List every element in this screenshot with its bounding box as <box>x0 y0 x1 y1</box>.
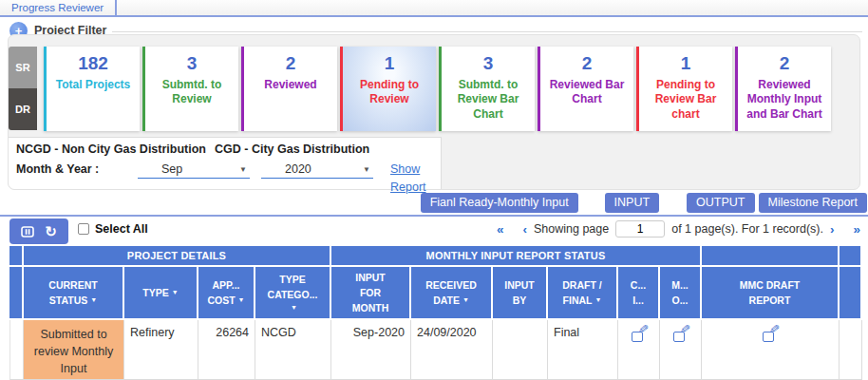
card-label: Reviewed <box>244 75 337 93</box>
column-header-overflow <box>840 267 862 320</box>
column-header-c-i[interactable]: C... I... <box>618 267 660 320</box>
card-reviewed[interactable]: 2 Reviewed <box>241 47 337 131</box>
row-gutter-cell <box>9 320 24 380</box>
card-value: 2 <box>540 53 633 75</box>
cell-type: Refinery <box>124 320 198 380</box>
first-page-button[interactable]: « <box>497 222 504 237</box>
tab-bar: Progress Reviewer <box>0 0 868 17</box>
group-header-overflow <box>840 246 862 267</box>
refresh-icon[interactable]: ↻ <box>45 224 57 238</box>
card-label: Pending to Review <box>343 75 436 107</box>
cell-mmc-draft-report: ✎ <box>702 320 840 380</box>
card-label: Reviewed Monthly Input and Bar Chart <box>738 75 831 123</box>
card-value: 2 <box>738 53 831 75</box>
card-label: Submtd. to Review <box>145 75 238 107</box>
column-header-input-by[interactable]: INPUT BY <box>493 267 548 320</box>
sr-button[interactable]: SR <box>9 47 37 88</box>
group-header-gutter <box>9 246 24 267</box>
card-value: 182 <box>47 53 140 75</box>
filter-icon[interactable]: ▼ <box>238 296 245 303</box>
card-value: 3 <box>442 53 535 75</box>
chevron-down-icon: ▼ <box>363 165 370 174</box>
filter-icon[interactable]: ▼ <box>172 289 179 295</box>
select-all-checkbox[interactable] <box>78 223 89 235</box>
cell-type-category: NCGD <box>255 320 331 380</box>
pagination: « ‹ Showing page of 1 page(s). For 1 rec… <box>497 220 860 238</box>
card-pending-to-review-bar-chart[interactable]: 1 Pending to Review Bar chart <box>636 47 732 131</box>
month-select[interactable]: Sep ▼ <box>138 162 250 179</box>
last-page-button[interactable]: » <box>853 222 860 237</box>
page-number-input[interactable] <box>615 220 665 238</box>
prev-page-button[interactable]: ‹ <box>522 222 527 237</box>
grid-toolbar: ↻ <box>9 218 68 244</box>
year-select-value: 2020 <box>264 162 311 176</box>
filter-icon[interactable]: ▼ <box>291 304 297 311</box>
column-header-m-o[interactable]: M... O... <box>660 267 702 320</box>
records-table: PROJECT DETAILS MONTHLY INPUT REPORT STA… <box>9 246 862 380</box>
column-header-input-for-month[interactable]: INPUT FOR MONTH <box>331 267 411 320</box>
edit-icon[interactable]: ✎ <box>631 327 648 343</box>
column-header-received-date[interactable]: RECEIVED DATE▼ <box>411 267 493 320</box>
pagination-text-before: Showing page <box>534 222 609 236</box>
column-header-draft-final[interactable]: DRAFT / FINAL▼ <box>548 267 618 320</box>
input-button[interactable]: INPUT <box>605 193 660 213</box>
group-header-project-details: PROJECT DETAILS <box>24 246 331 267</box>
cell-c-i: ✎ <box>618 320 660 380</box>
card-label: Pending to Review Bar chart <box>639 75 732 123</box>
column-header-gutter <box>9 267 24 320</box>
output-button[interactable]: OUTPUT <box>687 193 754 213</box>
edit-icon[interactable]: ✎ <box>672 327 689 343</box>
pagination-text-after: of 1 page(s). For 1 record(s). <box>671 222 823 236</box>
tab-progress-reviewer[interactable]: Progress Reviewer <box>8 0 117 15</box>
card-label: Submtd. to Review Bar Chart <box>442 75 535 123</box>
column-header-app-cost[interactable]: APP... COST▼ <box>198 267 255 320</box>
cgd-legend: CGD - City Gas Distribution <box>215 142 369 156</box>
card-submtd-to-review-bar-chart[interactable]: 3 Submtd. to Review Bar Chart <box>439 47 535 131</box>
edit-icon[interactable]: ✎ <box>762 327 779 343</box>
month-year-label: Month & Year : <box>16 162 138 176</box>
card-label: Total Projects <box>47 75 140 93</box>
dr-button[interactable]: DR <box>9 88 37 130</box>
cell-input-by <box>493 320 548 380</box>
legend-divider <box>112 31 862 32</box>
filter-icon[interactable]: ▼ <box>594 296 601 303</box>
group-header-monthly-input-report-status: MONTHLY INPUT REPORT STATUS <box>331 246 702 267</box>
card-total-projects[interactable]: 182 Total Projects <box>44 47 140 131</box>
actions-row: Fianl Ready-Monthly Input INPUT OUTPUT M… <box>0 190 868 217</box>
ncgd-legend: NCGD - Non City Gas Distribution <box>16 142 206 156</box>
select-all-control: Select All <box>78 222 148 236</box>
month-year-box: NCGD - Non City Gas DistributionCGD - Ci… <box>9 137 442 189</box>
filter-icon[interactable]: ▼ <box>462 296 469 303</box>
cell-received-date: 24/09/2020 <box>411 320 493 380</box>
card-reviewed-bar-chart[interactable]: 2 Reviewed Bar Chart <box>538 47 633 131</box>
cell-draft-final: Final <box>548 320 618 380</box>
card-value: 3 <box>145 53 238 75</box>
card-value: 1 <box>639 53 732 75</box>
milestone-report-button[interactable]: Milestone Report <box>759 193 868 213</box>
group-header-mmc <box>702 246 840 267</box>
card-value: 1 <box>343 53 436 75</box>
card-label: Reviewed Bar Chart <box>540 75 633 107</box>
cell-app-cost: 26264 <box>198 320 255 380</box>
month-select-value: Sep <box>141 162 182 176</box>
project-filter-panel: SR DR 182 Total Projects 3 Submtd. to Re… <box>8 34 860 190</box>
columns-icon[interactable] <box>21 226 34 238</box>
select-all-label: Select All <box>95 222 148 236</box>
next-page-button[interactable]: › <box>830 222 835 237</box>
column-header-type[interactable]: TYPE▼ <box>124 267 198 320</box>
card-reviewed-monthly-input-bar-chart[interactable]: 2 Reviewed Monthly Input and Bar Chart <box>735 47 831 131</box>
row-overflow-cell <box>840 320 862 380</box>
report-mode-buttons: SR DR <box>9 47 37 130</box>
column-header-mmc-draft-report[interactable]: MMC DRAFT REPORT <box>702 267 840 320</box>
cell-m-o: ✎ <box>660 320 702 380</box>
card-pending-to-review[interactable]: 1 Pending to Review <box>340 47 436 131</box>
cell-input-for-month: Sep-2020 <box>331 320 411 380</box>
column-header-current-status[interactable]: CURRENT STATUS▼ <box>24 267 124 320</box>
column-header-type-category[interactable]: TYPE CATEGO... ▼ <box>255 267 331 320</box>
abbreviation-legend: NCGD - Non City Gas DistributionCGD - Ci… <box>16 142 433 156</box>
filter-icon[interactable]: ▼ <box>90 296 97 303</box>
card-submtd-to-review[interactable]: 3 Submtd. to Review <box>142 47 238 131</box>
year-select[interactable]: 2020 ▼ <box>261 162 373 179</box>
final-ready-monthly-input-button[interactable]: Fianl Ready-Monthly Input <box>421 193 578 213</box>
cell-current-status: Submitted to review Monthly Input <box>24 320 124 380</box>
